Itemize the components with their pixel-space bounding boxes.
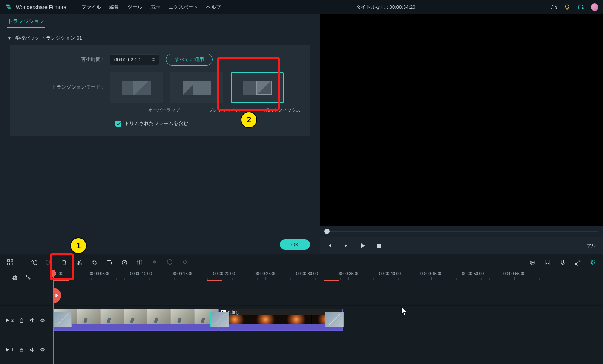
lightbulb-icon[interactable]: [564, 4, 571, 11]
annotation-callout-1: 1: [70, 237, 87, 254]
step-forward-icon[interactable]: [343, 243, 349, 249]
section-title: 学校パック トランジション 01: [15, 35, 82, 41]
render-icon[interactable]: [529, 259, 536, 266]
ruler-tick: 00:00:25:00: [255, 271, 276, 280]
ruler-tick: 00:00:10:00: [130, 271, 152, 280]
duration-value: 00:00:02:00: [114, 57, 140, 63]
duration-label: 再生時間 :: [17, 56, 103, 63]
lock-icon[interactable]: [19, 318, 24, 323]
avatar[interactable]: [591, 3, 598, 11]
timeline-panel: 00:0000:00:05:0000:00:10:0000:00:15:0000…: [0, 254, 603, 364]
tag-icon[interactable]: [91, 259, 98, 266]
ruler-tick: 00:00:20:00: [213, 271, 235, 280]
svg-point-7: [93, 261, 94, 262]
color-icon[interactable]: [166, 258, 173, 265]
menu-help[interactable]: ヘルプ: [206, 4, 221, 11]
audio-wave-icon[interactable]: [151, 258, 158, 265]
ruler-tick: 00:00:35:00: [338, 271, 359, 280]
titlebar: Wondershare Filmora ファイル 編集 ツール 表示 エクスポー…: [0, 0, 603, 14]
full-screen-label[interactable]: フル: [586, 242, 596, 249]
clip-video-2[interactable]: 名無し: [219, 309, 343, 331]
trim-frames-label: トリムされたフレームを含む: [124, 120, 188, 127]
text-icon[interactable]: [106, 259, 113, 266]
svg-rect-13: [13, 276, 17, 280]
menu-tool[interactable]: ツール: [127, 4, 142, 11]
delete-icon[interactable]: [61, 259, 68, 266]
snap-icon[interactable]: [25, 274, 31, 280]
scrub-track[interactable]: [330, 231, 598, 232]
ruler-tick: 00:00:15:00: [172, 271, 193, 280]
preview-scrubber[interactable]: [320, 226, 603, 237]
apply-all-button[interactable]: すべてに適用: [166, 54, 213, 66]
stop-icon[interactable]: [376, 243, 382, 249]
clip-video-1[interactable]: [53, 309, 219, 331]
svg-point-8: [122, 260, 127, 265]
redo-icon[interactable]: [46, 258, 52, 265]
duration-input[interactable]: 00:00:02:00: [110, 54, 159, 65]
settings-card: 再生時間 : 00:00:02:00 すべてに適用 トランジションモード : オ…: [10, 45, 310, 136]
transition-thumb-3[interactable]: [325, 312, 344, 327]
voiceover-icon[interactable]: [559, 259, 566, 266]
layout-icon[interactable]: [7, 259, 14, 266]
visibility-icon[interactable]: [40, 318, 45, 323]
playhead[interactable]: [53, 271, 54, 364]
svg-rect-12: [12, 275, 15, 278]
app-logo-icon: [5, 3, 13, 11]
svg-rect-4: [11, 263, 13, 265]
marker-icon[interactable]: [544, 259, 551, 266]
trim-frames-checkbox[interactable]: [115, 121, 121, 127]
cloud-icon[interactable]: [550, 4, 557, 11]
preview-viewport[interactable]: [320, 14, 603, 226]
menu-edit[interactable]: 編集: [109, 4, 119, 11]
cut-icon[interactable]: [76, 259, 83, 266]
duplicate-icon[interactable]: [11, 274, 17, 280]
menu-export[interactable]: エクスポート: [169, 4, 198, 11]
app-name: Wondershare Filmora: [16, 4, 66, 10]
svg-rect-14: [20, 320, 23, 322]
play-icon[interactable]: [360, 243, 366, 249]
tracks-area: 2 名無し: [0, 284, 603, 364]
project-title: タイトルなし : 00:00:34:20: [221, 4, 550, 11]
svg-rect-0: [377, 244, 381, 248]
timeline-toolbar: [0, 254, 603, 271]
mute-icon[interactable]: [29, 318, 35, 323]
speed-icon[interactable]: [121, 259, 128, 266]
mode-postfix[interactable]: ポストフィックス: [231, 72, 284, 113]
app-root: Wondershare Filmora ファイル 編集 ツール 表示 エクスポー…: [0, 0, 603, 364]
step-back-icon[interactable]: [327, 243, 333, 249]
lock-icon[interactable]: [19, 347, 24, 352]
svg-rect-2: [11, 260, 13, 262]
zoom-fit-icon[interactable]: [589, 259, 596, 266]
ruler-tick: 00:00:55:00: [503, 271, 525, 280]
playhead-handle-icon[interactable]: [51, 270, 55, 275]
scrub-handle-icon[interactable]: [324, 229, 330, 234]
svg-rect-1: [8, 260, 9, 262]
tab-transition[interactable]: トランジション: [7, 16, 45, 28]
preview-panel: フル: [320, 14, 603, 254]
track-2-body[interactable]: 名無し: [53, 306, 603, 335]
transition-thumb-1[interactable]: [53, 312, 72, 327]
headset-icon[interactable]: [577, 4, 584, 11]
menu-file[interactable]: ファイル: [81, 4, 101, 11]
svg-rect-3: [8, 263, 9, 265]
track-2-label: 2: [5, 318, 14, 323]
mode-label: トランジションモード :: [17, 72, 103, 90]
timeline-ruler[interactable]: 00:0000:00:05:0000:00:10:0000:00:15:0000…: [53, 271, 603, 284]
mute-icon[interactable]: [29, 347, 35, 352]
ruler-tick: 00:00:30:00: [296, 271, 318, 280]
ruler-tick: 00:00:05:00: [89, 271, 110, 280]
svg-point-17: [42, 349, 43, 350]
track-video-1: 1: [0, 335, 603, 364]
audio-mixer-icon[interactable]: [574, 259, 581, 266]
transition-thumb-2[interactable]: [210, 312, 229, 327]
ok-button[interactable]: OK: [280, 239, 310, 250]
visibility-icon[interactable]: [40, 347, 45, 352]
adjust-icon[interactable]: [136, 259, 143, 266]
keyframe-icon[interactable]: [181, 258, 188, 265]
in-point-marker-icon[interactable]: [53, 288, 61, 303]
track-1-body[interactable]: [53, 335, 603, 364]
undo-icon[interactable]: [31, 259, 37, 266]
duration-spinner[interactable]: [152, 58, 155, 61]
menu-view[interactable]: 表示: [150, 4, 160, 11]
section-header[interactable]: ▼ 学校パック トランジション 01: [0, 29, 320, 45]
